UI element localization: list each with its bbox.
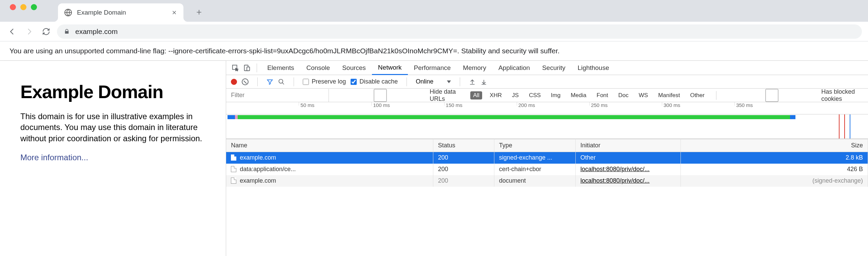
initiator-link[interactable]: localhost:8080/priv/doc/...	[580, 177, 650, 184]
reload-button[interactable]	[40, 25, 52, 38]
svg-point-4	[279, 79, 283, 83]
devtools-tab-sources[interactable]: Sources	[336, 61, 372, 75]
network-timeline-ruler[interactable]: 50 ms100 ms150 ms200 ms250 ms300 ms350 m…	[226, 102, 868, 114]
request-row[interactable]: example.com200signed-exchange ...Other2.…	[226, 152, 868, 164]
request-row[interactable]: data:application/ce...200cert-chain+cbor…	[226, 164, 868, 175]
filter-pill-xhr[interactable]: XHR	[487, 91, 505, 99]
filter-pill-js[interactable]: JS	[509, 91, 521, 99]
download-har-icon[interactable]	[480, 78, 487, 85]
more-info-link[interactable]: More information...	[20, 153, 88, 162]
separator	[257, 77, 258, 86]
overview-bar	[238, 115, 790, 119]
devtools-tab-application[interactable]: Application	[492, 61, 536, 75]
cell: example.com	[226, 152, 433, 164]
device-toolbar-button[interactable]	[241, 62, 253, 74]
browser-tab-strip: Example Domain	[0, 0, 868, 22]
svg-rect-3	[247, 67, 250, 71]
cell: 200	[433, 164, 494, 175]
plus-icon	[196, 9, 202, 16]
address-bar[interactable]: example.com	[57, 24, 862, 39]
hide-data-urls-checkbox[interactable]: Hide data URLs	[334, 88, 466, 103]
preserve-log-checkbox[interactable]: Preserve log	[303, 78, 346, 85]
timeline-tick: 150 ms	[444, 102, 462, 106]
devtools-tab-lighthouse[interactable]: Lighthouse	[572, 61, 615, 75]
throttling-value: Online	[416, 78, 433, 85]
devtools-tab-memory[interactable]: Memory	[457, 61, 492, 75]
timeline-tick: 350 ms	[734, 102, 753, 106]
devtools-tab-console[interactable]: Console	[300, 61, 336, 75]
overview-bar	[235, 115, 238, 119]
window-close-button[interactable]	[10, 4, 16, 10]
hide-data-urls-input[interactable]	[334, 89, 427, 102]
chevron-down-icon	[447, 80, 451, 83]
initiator-link[interactable]: localhost:8080/priv/doc/...	[580, 166, 650, 172]
filter-pill-css[interactable]: CSS	[526, 91, 544, 99]
filter-pill-font[interactable]: Font	[594, 91, 611, 99]
column-header-initiator[interactable]: Initiator	[575, 139, 680, 152]
filter-pill-media[interactable]: Media	[568, 91, 589, 99]
devtools-tab-network[interactable]: Network	[372, 61, 408, 75]
column-header-status[interactable]: Status	[433, 139, 494, 152]
filter-pill-manifest[interactable]: Manifest	[655, 91, 683, 99]
column-header-type[interactable]: Type	[494, 139, 575, 152]
column-header-size[interactable]: Size	[680, 139, 868, 152]
network-toolbar: Preserve log Disable cache Online	[226, 75, 868, 89]
cell: cert-chain+cbor	[494, 164, 575, 175]
cell: signed-exchange ...	[494, 152, 575, 164]
clear-button[interactable]	[242, 78, 249, 85]
preserve-log-label: Preserve log	[312, 78, 346, 85]
filter-pill-all[interactable]: All	[470, 91, 482, 99]
record-button[interactable]	[231, 79, 237, 85]
window-zoom-button[interactable]	[31, 4, 37, 10]
cell: Other	[575, 152, 680, 164]
disable-cache-checkbox[interactable]: Disable cache	[351, 78, 398, 85]
filter-input[interactable]	[226, 89, 329, 102]
filter-pill-img[interactable]: Img	[548, 91, 563, 99]
request-row[interactable]: example.com200documentlocalhost:8080/pri…	[226, 175, 868, 187]
timeline-tick: 300 ms	[662, 102, 680, 106]
has-blocked-cookies-input[interactable]	[725, 89, 818, 102]
network-overview[interactable]	[226, 114, 868, 139]
column-header-name[interactable]: Name	[226, 139, 433, 152]
disable-cache-label: Disable cache	[359, 78, 398, 85]
page-paragraph: This domain is for use in illustrative e…	[20, 111, 212, 144]
overview-bar	[790, 115, 795, 119]
filter-icon[interactable]	[267, 78, 273, 85]
devtools-tab-security[interactable]: Security	[536, 61, 572, 75]
cell: document	[494, 175, 575, 187]
overview-marker	[844, 114, 845, 139]
cell: 200	[433, 152, 494, 164]
back-button[interactable]	[6, 25, 18, 38]
devtools-tab-strip: ElementsConsoleSourcesNetworkPerformance…	[226, 61, 868, 75]
filter-pill-other[interactable]: Other	[687, 91, 707, 99]
browser-tab[interactable]: Example Domain	[58, 3, 183, 22]
network-filter-bar: Hide data URLs AllXHRJSCSSImgMediaFontDo…	[226, 89, 868, 102]
file-icon	[231, 166, 236, 172]
cell: (signed-exchange)	[680, 175, 868, 187]
timeline-tick: 50 ms	[299, 102, 314, 106]
page-content: Example Domain This domain is for use in…	[0, 61, 226, 256]
timeline-tick: 100 ms	[371, 102, 390, 106]
upload-har-icon[interactable]	[469, 78, 476, 85]
separator	[294, 77, 294, 86]
devtools-tab-performance[interactable]: Performance	[408, 61, 457, 75]
timeline-tick: 200 ms	[517, 102, 535, 106]
has-blocked-cookies-checkbox[interactable]: Has blocked cookies	[725, 88, 868, 103]
devtools-tab-elements[interactable]: Elements	[261, 61, 300, 75]
timeline-tick: 250 ms	[589, 102, 608, 106]
window-minimize-button[interactable]	[20, 4, 26, 10]
filter-pill-ws[interactable]: WS	[636, 91, 651, 99]
preserve-log-input[interactable]	[303, 79, 309, 85]
search-icon[interactable]	[278, 78, 285, 85]
close-icon[interactable]	[171, 10, 177, 16]
cell: localhost:8080/priv/doc/...	[575, 164, 680, 175]
disable-cache-input[interactable]	[351, 79, 357, 85]
inspect-element-button[interactable]	[230, 62, 241, 74]
cell: data:application/ce...	[226, 164, 433, 175]
devtools-panel: ElementsConsoleSourcesNetworkPerformance…	[226, 61, 868, 256]
new-tab-button[interactable]	[192, 5, 206, 20]
throttling-select[interactable]: Online	[416, 78, 451, 85]
page-heading: Example Domain	[20, 81, 212, 102]
forward-button[interactable]	[23, 25, 35, 38]
filter-pill-doc[interactable]: Doc	[616, 91, 631, 99]
